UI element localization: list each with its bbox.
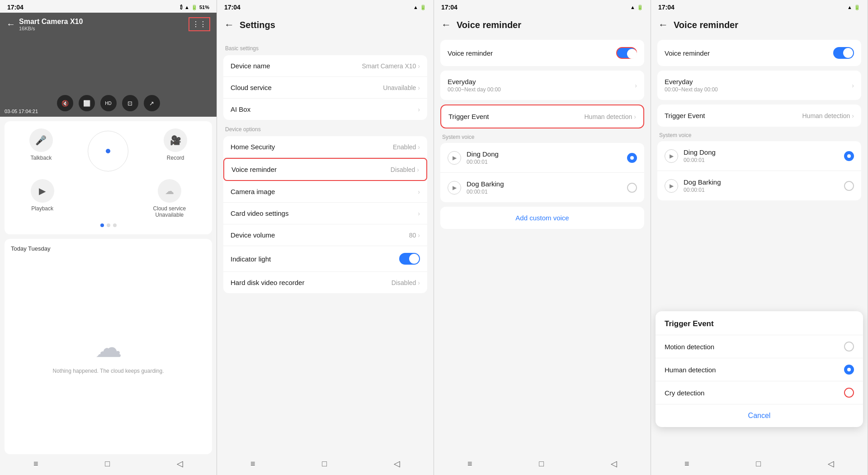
device-volume-value: 80 › — [409, 232, 420, 239]
hard-disk-item[interactable]: Hard disk video recorder Disabled › — [223, 272, 427, 293]
panel4-back-button[interactable]: ← — [658, 19, 668, 31]
screen-icon[interactable]: ⬜ — [79, 95, 95, 111]
card-video-item[interactable]: Card video settings › — [223, 203, 427, 224]
camera-menu-button[interactable]: ⋮⋮ — [189, 17, 210, 31]
p4-dog-barking-radio[interactable] — [844, 181, 854, 191]
camera-header: ← Smart Camera X10 16KB/s ⋮⋮ — [0, 13, 217, 36]
p4-dog-barking-row: ▶ Dog Barking 00:00:01 — [665, 178, 721, 193]
status-bar-1: 17:04 ₿ ▲ 🔋 51% — [0, 0, 217, 13]
play-dog-barking[interactable]: ▶ — [448, 181, 461, 195]
nav-back-1[interactable]: ◁ — [177, 459, 183, 469]
panel4-content: Voice reminder Everyday 00:00~Next day 0… — [651, 35, 868, 454]
indicator-light-toggle[interactable] — [399, 253, 420, 265]
nav-square-2[interactable]: □ — [322, 459, 327, 469]
p4-dog-barking-duration: 00:00:01 — [684, 187, 721, 193]
cloud-service-value: Unavailable › — [383, 84, 420, 91]
p4-ding-dong-item[interactable]: ▶ Ding Dong 00:00:01 — [657, 141, 861, 171]
hd-icon[interactable]: HD — [100, 95, 117, 111]
action-area: 🎤 Talkback 🎥 Record ▶ Playback ☁ Cloud s — [5, 121, 212, 234]
device-volume-label: Device volume — [231, 231, 275, 239]
home-security-value: Enabled › — [393, 143, 420, 151]
dog-barking-radio[interactable] — [627, 183, 637, 193]
ai-box-item[interactable]: AI Box › — [223, 99, 427, 120]
nav-menu-2[interactable]: ≡ — [250, 459, 255, 469]
ding-dong-radio[interactable] — [627, 153, 637, 163]
today-label: Today Tuesday — [11, 245, 50, 252]
cry-detection-item[interactable]: Cry detection — [656, 381, 863, 404]
p4-voice-label: Voice reminder — [665, 49, 710, 57]
voice-reminder-toggle[interactable] — [616, 47, 637, 59]
p4-voice-toggle[interactable] — [833, 47, 854, 59]
mute-icon[interactable]: 🔇 — [57, 95, 73, 111]
hard-disk-value: Disabled › — [392, 279, 420, 286]
p4-dog-barking-item[interactable]: ▶ Dog Barking 00:00:01 — [657, 171, 861, 200]
record-button[interactable]: 🎥 Record — [164, 128, 187, 174]
nav-square-1[interactable]: □ — [105, 459, 110, 469]
p4-play-dog-barking[interactable]: ▶ — [665, 179, 678, 193]
voice-body: Voice reminder Everyday 00:00~Next day 0… — [434, 35, 651, 454]
p4-play-ding-dong[interactable]: ▶ — [665, 149, 678, 163]
trigger-event-overlay: Trigger Event Motion detection Human det… — [656, 311, 863, 427]
nav-back-3[interactable]: ◁ — [611, 459, 617, 469]
nav-menu-1[interactable]: ≡ — [33, 459, 38, 469]
p4-everyday-time: 00:00~Next day 00:00 — [665, 86, 718, 93]
fullscreen-icon[interactable]: ↗ — [144, 95, 160, 111]
cam-subtitle: 16KB/s — [19, 26, 83, 31]
nav-menu-3[interactable]: ≡ — [467, 459, 472, 469]
motion-detection-radio[interactable] — [844, 342, 854, 352]
trigger-cancel-button[interactable]: Cancel — [656, 404, 863, 427]
camera-image-item[interactable]: Camera image › — [223, 181, 427, 203]
everyday-info: Everyday 00:00~Next day 00:00 — [448, 78, 501, 93]
nav-square-3[interactable]: □ — [539, 459, 544, 469]
home-security-label: Home Security — [231, 143, 275, 151]
dog-barking-item[interactable]: ▶ Dog Barking 00:00:01 — [440, 173, 644, 202]
nav-back-4[interactable]: ◁ — [828, 459, 834, 469]
chevron-home: › — [418, 143, 420, 151]
p4-everyday-item[interactable]: Everyday 00:00~Next day 00:00 › — [657, 71, 861, 100]
status-bar-2: 17:04 ▲ 🔋 — [217, 0, 434, 13]
p4-ding-dong-radio[interactable] — [844, 151, 854, 161]
trigger-overlay-title: Trigger Event — [656, 311, 863, 335]
settings-back-button[interactable]: ← — [224, 19, 234, 31]
human-detection-radio[interactable] — [844, 365, 854, 375]
motion-detection-item[interactable]: Motion detection — [656, 335, 863, 358]
ding-dong-item[interactable]: ▶ Ding Dong 00:00:01 — [440, 143, 644, 173]
voice-reminder-title: Voice reminder — [457, 20, 521, 30]
device-volume-item[interactable]: Device volume 80 › — [223, 224, 427, 246]
p4-trigger-item[interactable]: Trigger Event Human detection › — [657, 104, 861, 127]
human-detection-item[interactable]: Human detection — [656, 358, 863, 381]
camera-controls-bar: 🔇 ⬜ HD ⊡ ↗ — [57, 95, 160, 111]
play-ding-dong[interactable]: ▶ — [448, 151, 461, 165]
everyday-item[interactable]: Everyday 00:00~Next day 00:00 › — [440, 71, 644, 100]
basic-settings-label: Basic settings — [225, 45, 427, 52]
bluetooth-icon: ₿ — [180, 5, 183, 10]
add-custom-voice-button[interactable]: Add custom voice — [440, 207, 644, 229]
cloud-service-button[interactable]: ☁ Cloud serviceUnavailable — [153, 179, 186, 218]
nav-square-4[interactable]: □ — [756, 459, 761, 469]
voice-reminder-back-button[interactable]: ← — [441, 19, 451, 31]
camera-back-button[interactable]: ← — [6, 19, 15, 29]
layout-icon[interactable]: ⊡ — [122, 95, 138, 111]
indicator-light-item[interactable]: Indicator light — [223, 246, 427, 272]
trigger-event-item[interactable]: Trigger Event Human detection › — [441, 105, 643, 128]
panel4-header: ← Voice reminder — [651, 13, 868, 35]
nav-menu-4[interactable]: ≡ — [684, 459, 689, 469]
trigger-event-value: Human detection › — [584, 113, 636, 120]
status-bar-4: 17:04 ▲ 🔋 — [651, 0, 868, 13]
joystick-circle[interactable] — [88, 131, 128, 171]
home-security-item[interactable]: Home Security Enabled › — [223, 136, 427, 158]
ding-dong-duration: 00:00:01 — [467, 159, 499, 165]
device-name-item[interactable]: Device name Smart Camera X10 › — [223, 55, 427, 77]
playback-icon: ▶ — [31, 179, 54, 203]
cam-title-area: ← Smart Camera X10 16KB/s — [6, 18, 83, 31]
cloud-service-item[interactable]: Cloud service Unavailable › — [223, 77, 427, 99]
playback-button[interactable]: ▶ Playback — [31, 179, 54, 218]
nav-back-2[interactable]: ◁ — [394, 459, 400, 469]
cry-detection-radio[interactable] — [844, 388, 854, 398]
talkback-button[interactable]: 🎤 Talkback — [29, 128, 53, 174]
wifi-icon-2: ▲ — [413, 5, 418, 10]
voice-reminder-toggle-item: Voice reminder — [440, 40, 644, 66]
voice-reminder-item[interactable]: Voice reminder Disabled › — [223, 158, 427, 181]
playback-label: Playback — [31, 205, 53, 212]
joystick — [88, 128, 128, 174]
